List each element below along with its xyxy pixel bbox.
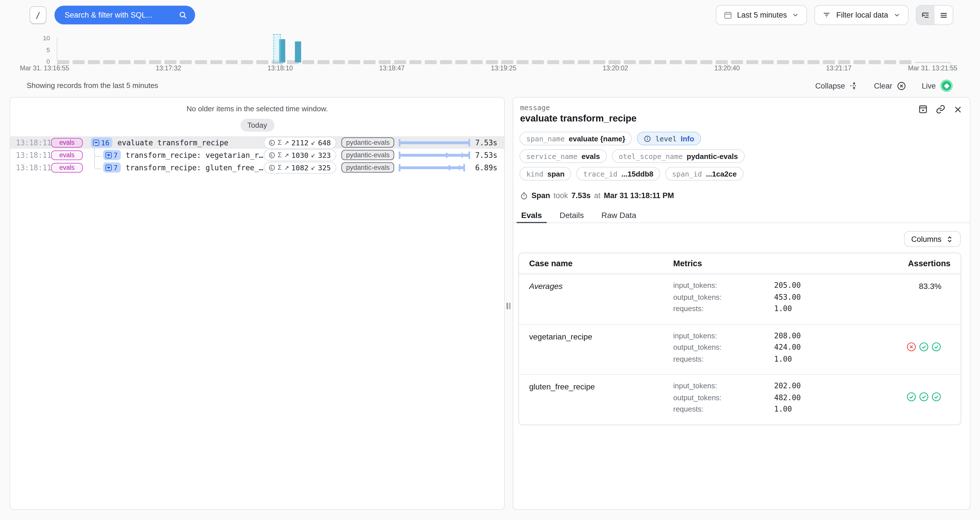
x-tick-label: 13:21:17 [826,65,851,72]
copy-link-icon[interactable] [936,104,945,114]
chart-bar[interactable] [295,41,301,62]
case-name: gluten_free_recipe [529,381,595,391]
sigma-icon: Σ [278,163,282,171]
duration-text: 7.53s [475,138,504,147]
list-view-toggle[interactable] [935,6,953,24]
assertion-icons [870,341,950,352]
attribute-tags: span_nameevaluate {name} levelInfo servi… [520,132,745,180]
tree-view-toggle[interactable] [916,6,935,24]
metric-label: output_tokens: [673,293,774,301]
y-tick-label: 0 [34,58,50,65]
level-info-tag[interactable]: levelInfo [637,132,701,145]
clear-button[interactable]: Clear [874,81,907,91]
open-in-panel-icon[interactable] [918,104,928,114]
attribute-tag[interactable]: span_nameevaluate {name} [520,132,632,145]
metric-label: requests: [673,405,774,413]
record-kind-label: message [520,103,550,112]
table-row[interactable]: 13:18:11 evals 7 transform_recipe: veget… [10,149,504,161]
arrow-up-right-icon: ↗ [284,139,289,146]
metric-value: 1.00 [774,304,792,313]
chevron-down-icon [893,11,900,19]
close-icon[interactable] [953,105,963,114]
header-metrics: Metrics [673,259,870,268]
live-toggle[interactable]: Live [921,80,953,92]
table-row[interactable]: 13:18:11 evals 16 evaluate transform_rec… [10,136,504,149]
columns-button[interactable]: Columns [904,231,961,247]
attribute-tag[interactable]: kindspan [520,167,571,180]
metric-value: 424.00 [774,343,801,351]
case-metrics: input_tokens:202.00output_tokens:482.00r… [673,381,870,416]
assertion-pass-icon [931,392,942,402]
assertion-pass-icon [906,392,916,402]
service-tag-badge[interactable]: evals [51,150,83,160]
time-range-label: Last 5 minutes [737,11,787,19]
attribute-tag[interactable]: service_nameevals [520,149,607,163]
duration-text: 6.89s [475,163,504,172]
otel-scope-badge[interactable]: pydantic-evals [342,150,394,160]
table-row[interactable]: 13:18:11 evals 7 transform_recipe: glute… [10,161,504,174]
metric-value: 453.00 [774,293,801,301]
otel-scope-badge[interactable]: pydantic-evals [342,163,394,172]
info-icon [644,135,651,142]
expand-toggle[interactable]: 7 [103,150,121,160]
service-tag-badge[interactable]: evals [51,163,83,172]
row-timestamp: 13:18:11 [16,163,51,172]
showing-records-text: Showing records from the last 5 minutes [27,81,158,90]
tab-raw-data[interactable]: Raw Data [600,207,638,223]
token-usage-pill[interactable]: Σ ↗ 1030 ↙ 323 [263,149,336,161]
case-name: Averages [529,281,563,291]
token-usage-pill[interactable]: Σ ↗ 2112 ↙ 648 [263,137,336,148]
case-metrics: input_tokens:205.00output_tokens:453.00r… [673,281,870,316]
service-tag-badge[interactable]: evals [51,138,83,147]
summary-took: took [554,191,568,200]
expand-toggle[interactable]: 7 [103,163,121,172]
assertions-percent [942,332,950,341]
span-name-text: transform_recipe: vegetarian_recipe [126,151,263,159]
timeline-chart[interactable]: 1050 Mar 31. 13:16:5513:17:3213:18:1013:… [0,32,980,75]
chart-selection-box[interactable] [274,34,281,63]
tab-evals[interactable]: Evals [520,207,543,223]
coin-icon [268,164,275,171]
live-label: Live [921,81,936,90]
metric-label: requests: [673,354,774,363]
list-view-icon [939,11,948,19]
assertion-pass-icon [919,341,929,352]
chart-plot-area[interactable] [57,37,950,61]
metric-label: output_tokens: [673,393,774,402]
evals-table: Case name Metrics Assertions Averages in… [519,253,961,425]
token-usage-pill[interactable]: Σ ↗ 1082 ↙ 325 [263,161,336,174]
otel-scope-badge[interactable]: pydantic-evals [342,137,394,148]
search-button[interactable]: Search & filter with SQL... [54,6,195,24]
clear-label: Clear [874,81,892,90]
panel-resize-handle[interactable] [505,301,512,311]
app-window: / Search & filter with SQL... Last 5 min… [0,0,980,520]
eval-case-row[interactable]: vegetarian_recipe input_tokens:208.00out… [519,324,961,375]
collapse-label: Collapse [815,81,845,90]
span-detail-panel: message evaluate transform_recipe span_n… [513,97,970,510]
status-row: Showing records from the last 5 minutes … [0,80,980,93]
eval-case-row[interactable]: Averages input_tokens:205.00output_token… [519,274,961,324]
detail-tabs: EvalsDetailsRaw Data [513,207,970,223]
tree-view-icon [921,11,930,19]
coin-icon [268,151,275,159]
view-toggle-group [916,5,953,25]
day-divider: Today [240,119,274,132]
attribute-tag[interactable]: otel_scope_namepydantic-evals [612,149,745,163]
eval-case-row[interactable]: gluten_free_recipe input_tokens:202.00ou… [519,375,961,424]
filter-local-data-select[interactable]: Filter local data [815,5,908,25]
metric-value: 482.00 [774,393,801,402]
assertion-icons [870,392,950,402]
search-button-label: Search & filter with SQL... [65,11,152,19]
time-range-select[interactable]: Last 5 minutes [716,5,807,25]
attribute-tag[interactable]: span_id...1ca2ce [665,167,743,180]
y-tick-label: 5 [34,46,50,53]
attribute-tag[interactable]: trace_id...15ddb8 [576,167,660,180]
calendar-icon [723,11,732,19]
tab-details[interactable]: Details [558,207,585,223]
trace-rows: 13:18:11 evals 16 evaluate transform_rec… [10,136,504,174]
metric-label: input_tokens: [673,381,774,390]
slash-shortcut-key[interactable]: / [30,6,46,24]
assertion-fail-icon [906,341,916,352]
summary-at: at [594,191,601,200]
collapse-button[interactable]: Collapse [815,81,859,90]
